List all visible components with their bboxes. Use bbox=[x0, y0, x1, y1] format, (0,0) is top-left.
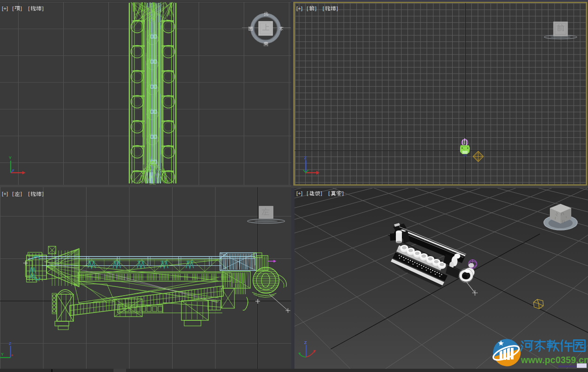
svg-text:[+]: [+] bbox=[2, 191, 8, 196]
svg-text:[+]: [+] bbox=[296, 6, 302, 11]
svg-text:Y: Y bbox=[1, 352, 4, 357]
svg-text:Z: Z bbox=[304, 156, 307, 160]
svg-text:]: ] bbox=[337, 6, 338, 11]
svg-text:Z: Z bbox=[304, 340, 307, 345]
svg-text:Z: Z bbox=[9, 341, 12, 346]
svg-text:]: ] bbox=[42, 6, 44, 11]
svg-text:[+]: [+] bbox=[2, 6, 8, 11]
svg-text:]: ] bbox=[321, 190, 322, 196]
svg-text:]: ] bbox=[20, 191, 22, 196]
svg-text:]: ] bbox=[342, 190, 344, 196]
svg-text:]: ] bbox=[315, 6, 316, 11]
svg-text:]: ] bbox=[42, 191, 44, 196]
svg-text:Y: Y bbox=[9, 156, 12, 160]
svg-text:]: ] bbox=[20, 6, 22, 11]
svg-text:[+]: [+] bbox=[296, 190, 302, 196]
